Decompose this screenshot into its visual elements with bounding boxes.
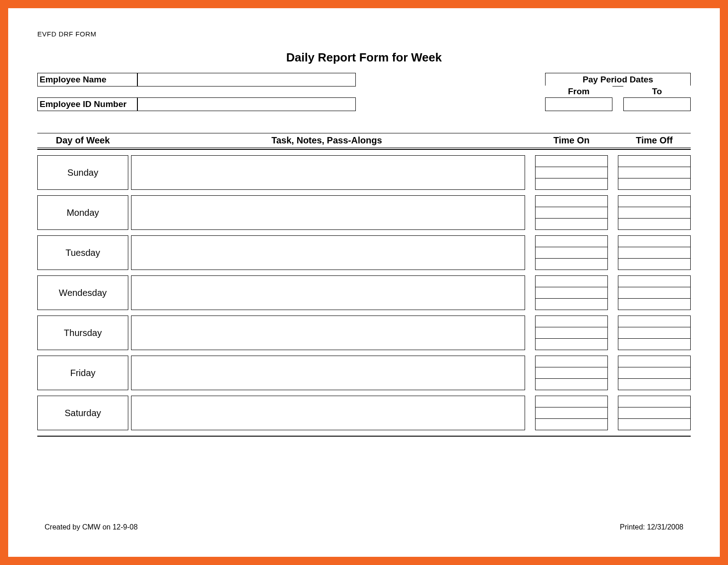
- task-field[interactable]: [131, 235, 525, 270]
- col-time-off: Time Off: [618, 135, 691, 146]
- time-off-field[interactable]: [618, 235, 691, 270]
- time-on-slot[interactable]: [536, 259, 607, 270]
- time-on-field[interactable]: [535, 195, 608, 230]
- time-on-field[interactable]: [535, 396, 608, 430]
- time-on-slot[interactable]: [536, 276, 607, 287]
- time-on-slot[interactable]: [536, 396, 607, 407]
- day-row: Monday: [37, 195, 691, 230]
- from-field[interactable]: [545, 97, 612, 111]
- col-task: Task, Notes, Pass-Alongs: [128, 135, 525, 146]
- task-field[interactable]: [131, 195, 525, 230]
- time-off-slot[interactable]: [618, 167, 690, 178]
- time-off-slot[interactable]: [618, 396, 690, 407]
- time-off-slot[interactable]: [618, 276, 690, 287]
- time-on-slot[interactable]: [536, 178, 607, 189]
- day-row: Saturday: [37, 396, 691, 430]
- employee-id-field[interactable]: [137, 97, 356, 111]
- time-off-field[interactable]: [618, 155, 691, 190]
- task-field[interactable]: [131, 275, 525, 310]
- time-on-slot[interactable]: [536, 327, 607, 339]
- time-off-field[interactable]: [618, 275, 691, 310]
- time-off-slot[interactable]: [618, 236, 690, 247]
- day-name: Tuesday: [37, 235, 128, 270]
- time-off-slot[interactable]: [618, 327, 690, 339]
- task-field[interactable]: [131, 356, 525, 390]
- time-off-slot[interactable]: [618, 379, 690, 390]
- form-title: Daily Report Form for Week: [37, 51, 691, 65]
- time-on-slot[interactable]: [536, 299, 607, 310]
- day-name: Sunday: [37, 155, 128, 190]
- day-row: Friday: [37, 356, 691, 390]
- time-on-slot[interactable]: [536, 236, 607, 247]
- time-on-slot[interactable]: [536, 196, 607, 207]
- time-on-field[interactable]: [535, 275, 608, 310]
- day-name: Monday: [37, 195, 128, 230]
- time-off-slot[interactable]: [618, 178, 690, 189]
- col-day: Day of Week: [37, 135, 128, 146]
- time-off-field[interactable]: [618, 356, 691, 390]
- day-row: Thursday: [37, 316, 691, 350]
- day-row: Wendesday: [37, 275, 691, 310]
- time-on-slot[interactable]: [536, 316, 607, 327]
- header-block: Employee Name Pay Period Dates From To E…: [37, 73, 691, 111]
- time-on-slot[interactable]: [536, 219, 607, 229]
- task-field[interactable]: [131, 396, 525, 430]
- time-on-field[interactable]: [535, 356, 608, 390]
- footer: Created by CMW on 12-9-08 Printed: 12/31…: [45, 523, 683, 531]
- day-name: Saturday: [37, 396, 128, 430]
- time-off-slot[interactable]: [618, 219, 690, 229]
- day-row: Tuesday: [37, 235, 691, 270]
- time-off-slot[interactable]: [618, 316, 690, 327]
- time-on-slot[interactable]: [536, 247, 607, 259]
- time-off-slot[interactable]: [618, 287, 690, 299]
- column-header-row: Day of Week Task, Notes, Pass-Alongs Tim…: [37, 133, 691, 148]
- time-on-field[interactable]: [535, 235, 608, 270]
- time-off-slot[interactable]: [618, 207, 690, 219]
- time-off-slot[interactable]: [618, 156, 690, 167]
- time-on-slot[interactable]: [536, 367, 607, 379]
- day-name: Friday: [37, 356, 128, 390]
- time-on-slot[interactable]: [536, 407, 607, 419]
- time-on-field[interactable]: [535, 155, 608, 190]
- table-bottom-rule: [37, 436, 691, 437]
- employee-name-label: Employee Name: [37, 73, 137, 87]
- day-row: Sunday: [37, 155, 691, 190]
- time-off-slot[interactable]: [618, 367, 690, 379]
- time-off-slot[interactable]: [618, 356, 690, 367]
- time-on-slot[interactable]: [536, 419, 607, 430]
- time-off-field[interactable]: [618, 316, 691, 350]
- employee-name-field[interactable]: [137, 73, 356, 87]
- footer-printed: Printed: 12/31/2008: [620, 523, 683, 531]
- col-time-on: Time On: [535, 135, 608, 146]
- column-divider: [37, 149, 691, 150]
- day-name: Thursday: [37, 316, 128, 350]
- pay-period-label: Pay Period Dates: [545, 73, 691, 87]
- time-off-field[interactable]: [618, 396, 691, 430]
- to-field[interactable]: [623, 97, 691, 111]
- form-code: EVFD DRF FORM: [37, 30, 691, 38]
- time-off-slot[interactable]: [618, 259, 690, 270]
- footer-created: Created by CMW on 12-9-08: [45, 523, 138, 531]
- time-on-slot[interactable]: [536, 356, 607, 367]
- time-on-slot[interactable]: [536, 339, 607, 350]
- task-field[interactable]: [131, 316, 525, 350]
- time-on-slot[interactable]: [536, 156, 607, 167]
- time-on-slot[interactable]: [536, 207, 607, 219]
- page: EVFD DRF FORM Daily Report Form for Week…: [0, 0, 728, 565]
- time-on-slot[interactable]: [536, 379, 607, 390]
- task-field[interactable]: [131, 155, 525, 190]
- employee-id-label: Employee ID Number: [37, 97, 137, 111]
- time-off-slot[interactable]: [618, 299, 690, 310]
- time-off-slot[interactable]: [618, 247, 690, 259]
- day-name: Wendesday: [37, 275, 128, 310]
- days-table: SundayMondayTuesdayWendesdayThursdayFrid…: [37, 155, 691, 430]
- time-off-slot[interactable]: [618, 196, 690, 207]
- time-off-field[interactable]: [618, 195, 691, 230]
- time-off-slot[interactable]: [618, 407, 690, 419]
- time-on-slot[interactable]: [536, 167, 607, 178]
- time-on-field[interactable]: [535, 316, 608, 350]
- time-off-slot[interactable]: [618, 339, 690, 350]
- time-on-slot[interactable]: [536, 287, 607, 299]
- from-label: From: [545, 86, 612, 97]
- time-off-slot[interactable]: [618, 419, 690, 430]
